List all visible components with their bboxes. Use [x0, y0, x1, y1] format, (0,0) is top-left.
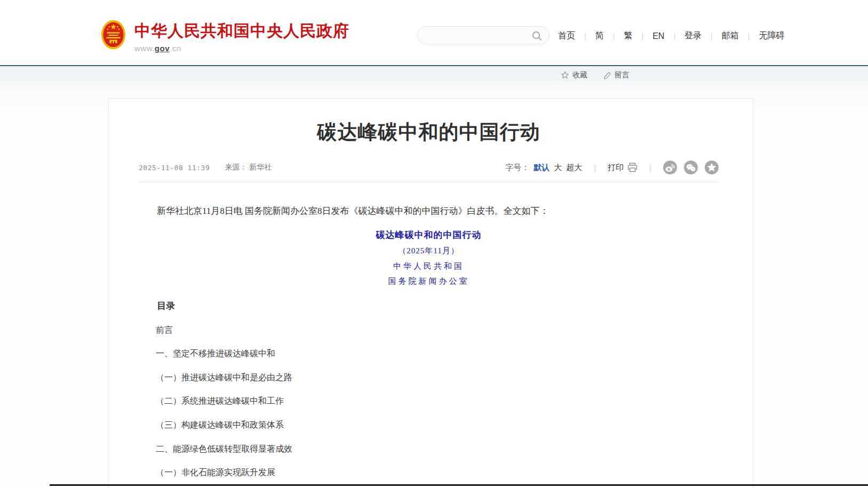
- meta-left: 2025-11-08 11:39 来源： 新华社: [139, 163, 272, 172]
- page-actions: 收藏 留言: [561, 70, 630, 80]
- publish-datetime: 2025-11-08 11:39: [139, 164, 210, 172]
- toc-heading: 目录: [139, 301, 719, 311]
- search-input[interactable]: [426, 27, 530, 44]
- favorite-label: 收藏: [572, 70, 587, 80]
- fontsize-label: 字号：: [505, 163, 529, 173]
- source-name: 新华社: [249, 163, 272, 171]
- toc-item-section2-1: （一）非化石能源实现跃升发展: [139, 468, 719, 477]
- toc-item-section1-3: （三）构建碳达峰碳中和政策体系: [139, 420, 719, 430]
- lead-paragraph: 新华社北京11月8日电 国务院新闻办公室8日发布《碳达峰碳中和的中国行动》白皮书…: [139, 206, 719, 217]
- nav-separator: ｜: [610, 31, 618, 41]
- nav-home[interactable]: 首页: [558, 30, 575, 42]
- page-body: 收藏 留言 碳达峰碳中和的中国行动 2025-11-08 11:39 来源： 新…: [0, 66, 868, 488]
- national-emblem-icon: [101, 20, 126, 50]
- share-group: [663, 161, 719, 174]
- article-body: 新华社北京11月8日电 国务院新闻办公室8日发布《碳达峰碳中和的中国行动》白皮书…: [139, 182, 719, 477]
- site-url-www: www.: [134, 44, 155, 53]
- favorite-button[interactable]: 收藏: [561, 70, 587, 80]
- printer-icon: [627, 163, 638, 172]
- meta-right: 字号： 默认 大 超大 | 打印 |: [505, 161, 719, 174]
- site-header: 中华人民共和国中央人民政府 www.gov.cn 首页 ｜ 简 ｜ 繁 ｜ EN…: [0, 0, 868, 66]
- site-url-gov: gov: [155, 44, 170, 53]
- wechat-share-icon[interactable]: [684, 161, 698, 174]
- site-title: 中华人民共和国中央人民政府: [134, 22, 349, 41]
- nav-accessibility[interactable]: 无障碍: [759, 30, 785, 42]
- nav-separator: ｜: [708, 31, 715, 41]
- document-org-line2: 国务院新闻办公室: [139, 277, 719, 286]
- bottom-edge-bar: [50, 484, 868, 486]
- document-org-line1: 中华人民共和国: [139, 262, 719, 271]
- top-nav: 首页 ｜ 简 ｜ 繁 ｜ EN ｜ 登录 ｜ 邮箱 ｜ 无障碍: [558, 30, 785, 42]
- fontsize-xlarge-button[interactable]: 超大: [566, 163, 582, 173]
- star-outline-icon: [561, 71, 569, 79]
- nav-login[interactable]: 登录: [684, 30, 702, 42]
- nav-english[interactable]: EN: [652, 31, 664, 41]
- nav-separator: ｜: [745, 31, 753, 41]
- meta-separator: |: [594, 163, 596, 172]
- fontsize-default-button[interactable]: 默认: [533, 163, 550, 173]
- site-url: www.gov.cn: [134, 44, 349, 53]
- qzone-share-icon[interactable]: [705, 161, 719, 174]
- toc-item-preface: 前言: [139, 325, 719, 335]
- toc-item-section1-2: （二）系统推进碳达峰碳中和工作: [139, 396, 719, 406]
- document-title: 碳达峰碳中和的中国行动: [139, 230, 719, 241]
- pencil-icon: [603, 71, 611, 79]
- print-label: 打印: [608, 163, 624, 173]
- nav-mailbox[interactable]: 邮箱: [722, 30, 739, 42]
- nav-simplified[interactable]: 简: [595, 30, 604, 42]
- comment-label: 留言: [615, 70, 630, 80]
- search-box[interactable]: [417, 26, 550, 44]
- nav-traditional[interactable]: 繁: [624, 30, 632, 42]
- document-date: （2025年11月）: [139, 246, 719, 255]
- toc-item-section1-1: （一）推进碳达峰碳中和是必由之路: [139, 373, 719, 382]
- site-url-cn: .cn: [170, 44, 181, 53]
- article-meta-row: 2025-11-08 11:39 来源： 新华社 字号： 默认 大 超大 | 打…: [139, 161, 719, 182]
- page: 中华人民共和国中央人民政府 www.gov.cn 首页 ｜ 简 ｜ 繁 ｜ EN…: [0, 0, 868, 488]
- source: 来源： 新华社: [225, 163, 272, 172]
- source-label: 来源：: [225, 163, 247, 171]
- article-title: 碳达峰碳中和的中国行动: [139, 119, 719, 145]
- nav-separator: ｜: [582, 31, 589, 41]
- logo-text: 中华人民共和国中央人民政府 www.gov.cn: [134, 20, 349, 53]
- article-card: 碳达峰碳中和的中国行动 2025-11-08 11:39 来源： 新华社 字号：…: [108, 98, 753, 488]
- comment-button[interactable]: 留言: [603, 70, 630, 80]
- print-button[interactable]: 打印: [608, 163, 638, 173]
- site-logo[interactable]: 中华人民共和国中央人民政府 www.gov.cn: [101, 20, 349, 53]
- weibo-share-icon[interactable]: [663, 161, 677, 174]
- fontsize-large-button[interactable]: 大: [554, 163, 562, 173]
- toc-item-section1: 一、坚定不移推进碳达峰碳中和: [139, 349, 719, 358]
- search-icon[interactable]: [531, 30, 543, 42]
- toc-item-section2: 二、能源绿色低碳转型取得显著成效: [139, 444, 719, 454]
- meta-separator: |: [649, 163, 651, 172]
- nav-separator: ｜: [671, 31, 678, 41]
- nav-separator: ｜: [639, 31, 646, 41]
